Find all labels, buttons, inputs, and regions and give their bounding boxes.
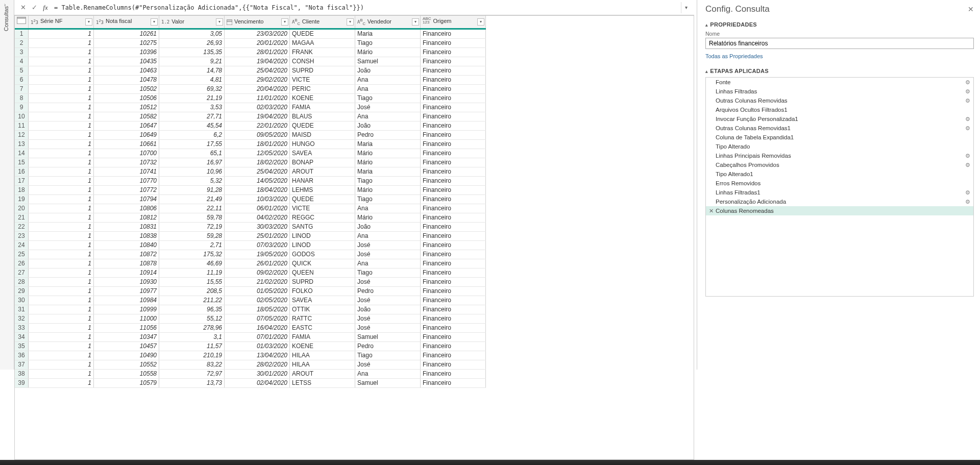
- cell[interactable]: 06/01/2020: [225, 204, 290, 213]
- cell[interactable]: Ana: [355, 231, 421, 240]
- cell[interactable]: VICTE: [290, 75, 355, 84]
- cell[interactable]: Maria: [355, 167, 421, 176]
- cell[interactable]: José: [355, 296, 421, 305]
- cell[interactable]: 3,53: [159, 103, 225, 112]
- cell[interactable]: 10502: [94, 84, 159, 93]
- row-number[interactable]: 39: [15, 378, 29, 387]
- cell[interactable]: 10794: [94, 194, 159, 204]
- cell[interactable]: 02/04/2020: [225, 378, 290, 387]
- cell[interactable]: Financeiro: [421, 369, 486, 378]
- cell[interactable]: 10831: [94, 222, 159, 231]
- row-number[interactable]: 24: [15, 240, 29, 250]
- delete-step-icon[interactable]: ✕: [709, 208, 714, 214]
- row-number[interactable]: 30: [15, 296, 29, 305]
- cell[interactable]: 69,32: [159, 84, 225, 93]
- row-number[interactable]: 5: [15, 66, 29, 75]
- cell[interactable]: HANAR: [290, 176, 355, 185]
- applied-step[interactable]: ✕Erros Removidos⚙: [706, 179, 973, 188]
- cell[interactable]: 1: [29, 194, 94, 204]
- row-number[interactable]: 9: [15, 103, 29, 112]
- cell[interactable]: Financeiro: [421, 314, 486, 323]
- cell[interactable]: Financeiro: [421, 259, 486, 268]
- cell[interactable]: 10552: [94, 360, 159, 369]
- row-number[interactable]: 28: [15, 277, 29, 286]
- cell[interactable]: SAVEA: [290, 149, 355, 158]
- row-number[interactable]: 32: [15, 314, 29, 323]
- cell[interactable]: José: [355, 314, 421, 323]
- table-row[interactable]: 3511045711,5701/03/2020KOENEPedroFinance…: [15, 341, 486, 351]
- cell[interactable]: 16/04/2020: [225, 323, 290, 332]
- cell[interactable]: SAVEA: [290, 296, 355, 305]
- row-number[interactable]: 18: [15, 185, 29, 194]
- cell[interactable]: Samuel: [355, 57, 421, 66]
- cell[interactable]: 11/01/2020: [225, 93, 290, 103]
- cell[interactable]: 11,19: [159, 268, 225, 277]
- properties-header[interactable]: PROPRIEDADES: [705, 21, 974, 28]
- cell[interactable]: 25/04/2020: [225, 167, 290, 176]
- cell[interactable]: 10649: [94, 130, 159, 139]
- cell[interactable]: LETSS: [290, 378, 355, 387]
- cell[interactable]: 16,97: [159, 158, 225, 167]
- applied-step[interactable]: ✕Tipo Alterado1⚙: [706, 169, 973, 179]
- cell[interactable]: Tiago: [355, 93, 421, 103]
- cell[interactable]: Financeiro: [421, 47, 486, 57]
- cell[interactable]: Financeiro: [421, 351, 486, 360]
- cell[interactable]: VICTE: [290, 204, 355, 213]
- cell[interactable]: AROUT: [290, 167, 355, 176]
- grid-scroll[interactable]: 123Série NF▾123Nota fiscal▾1.2Valor▾Venc…: [15, 16, 694, 459]
- row-number[interactable]: 33: [15, 323, 29, 332]
- cell[interactable]: 19/05/2020: [225, 250, 290, 259]
- cell[interactable]: 6,2: [159, 130, 225, 139]
- panel-close-icon[interactable]: ✕: [968, 5, 974, 13]
- cell[interactable]: Financeiro: [421, 29, 486, 38]
- cell[interactable]: 18/02/2020: [225, 158, 290, 167]
- cell[interactable]: 25/04/2020: [225, 66, 290, 75]
- cell[interactable]: QUEDE: [290, 29, 355, 38]
- cell[interactable]: 13,73: [159, 378, 225, 387]
- cell[interactable]: Financeiro: [421, 75, 486, 84]
- cell[interactable]: Financeiro: [421, 130, 486, 139]
- cell[interactable]: 210,19: [159, 351, 225, 360]
- table-row[interactable]: 3811055872,9730/01/2020AROUTAnaFinanceir…: [15, 369, 486, 378]
- cell[interactable]: 20/01/2020: [225, 38, 290, 47]
- cell[interactable]: 10/03/2020: [225, 194, 290, 204]
- table-row[interactable]: 3711055283,2228/02/2020HILAAJoséFinancei…: [15, 360, 486, 369]
- cell[interactable]: Financeiro: [421, 296, 486, 305]
- formula-cancel-icon[interactable]: ✕: [17, 2, 29, 13]
- cell[interactable]: 09/05/2020: [225, 130, 290, 139]
- table-row[interactable]: 29110977208,501/05/2020FOLKOPedroFinance…: [15, 286, 486, 296]
- table-corner[interactable]: [15, 16, 29, 29]
- row-number[interactable]: 21: [15, 213, 29, 222]
- gear-icon[interactable]: ⚙: [965, 153, 970, 159]
- cell[interactable]: 1: [29, 250, 94, 259]
- column-filter-icon[interactable]: ▾: [347, 18, 354, 26]
- cell[interactable]: Financeiro: [421, 194, 486, 204]
- cell[interactable]: 46,69: [159, 259, 225, 268]
- cell[interactable]: José: [355, 323, 421, 332]
- gear-icon[interactable]: ⚙: [965, 189, 970, 196]
- applied-step[interactable]: ✕Arquivos Ocultos Filtrados1⚙: [706, 105, 973, 114]
- cell[interactable]: João: [355, 66, 421, 75]
- cell[interactable]: Mário: [355, 158, 421, 167]
- cell[interactable]: 11,57: [159, 341, 225, 351]
- cell[interactable]: 28/01/2020: [225, 47, 290, 57]
- table-row[interactable]: 3111099996,3518/05/2020OTTIKJoãoFinancei…: [15, 305, 486, 314]
- row-number[interactable]: 2: [15, 38, 29, 47]
- row-number[interactable]: 4: [15, 57, 29, 66]
- cell[interactable]: HUNGO: [290, 139, 355, 149]
- cell[interactable]: 11000: [94, 314, 159, 323]
- cell[interactable]: 96,35: [159, 305, 225, 314]
- table-row[interactable]: 1811077291,2818/04/2020LEHMSMárioFinance…: [15, 185, 486, 194]
- row-number[interactable]: 8: [15, 93, 29, 103]
- cell[interactable]: 1: [29, 93, 94, 103]
- cell[interactable]: Financeiro: [421, 84, 486, 93]
- cell[interactable]: Financeiro: [421, 231, 486, 240]
- cell[interactable]: 19/04/2020: [225, 112, 290, 121]
- row-number[interactable]: 27: [15, 268, 29, 277]
- cell[interactable]: 07/05/2020: [225, 314, 290, 323]
- cell[interactable]: AROUT: [290, 369, 355, 378]
- gear-icon[interactable]: ⚙: [965, 79, 970, 86]
- column-filter-icon[interactable]: ▾: [216, 18, 223, 26]
- cell[interactable]: BLAUS: [290, 112, 355, 121]
- cell[interactable]: 10478: [94, 75, 159, 84]
